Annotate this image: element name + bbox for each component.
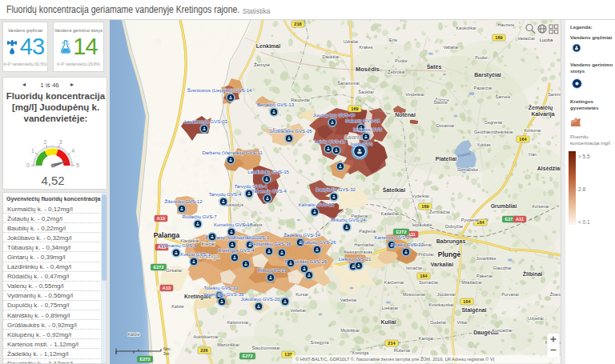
svg-text:Kalsininnai: Kalsininnai	[227, 320, 249, 325]
svg-text:164: 164	[519, 137, 527, 142]
svg-text:Luoba: Luoba	[540, 38, 553, 42]
svg-text:164: 164	[420, 274, 428, 278]
svg-text:Lenkimai: Lenkimai	[256, 43, 280, 49]
svg-text:Vilšai: Vilšai	[456, 320, 467, 325]
svg-text:Paparčiai: Paparčiai	[474, 86, 492, 90]
svg-text:Šatės: Šatės	[427, 63, 442, 70]
svg-text:Aukštkiemiai: Aukštkiemiai	[194, 334, 219, 339]
svg-text:Geidžiai: Geidžiai	[474, 130, 490, 134]
svg-text:164: 164	[463, 299, 471, 304]
svg-text:Laukžemės GVS-03: Laukžemės GVS-03	[184, 119, 227, 124]
svg-text:Toleikių GVS-31: Toleikių GVS-31	[203, 286, 239, 290]
svg-text:Mosėdis: Mosėdis	[356, 66, 380, 73]
svg-text:Stalgėnai: Stalgėnai	[461, 307, 486, 314]
svg-text:Kadaičiai: Kadaičiai	[381, 211, 399, 216]
svg-text:Kursai: Kursai	[295, 292, 308, 297]
svg-text:Šventosios (Liepgirių) GVS-14: Šventosios (Liepgirių) GVS-14	[187, 88, 252, 93]
svg-text:Žvirblaičiai: Žvirblaičiai	[429, 209, 450, 214]
svg-text:169: 169	[421, 204, 428, 209]
svg-text:Žemaičių: Žemaičių	[529, 104, 553, 111]
svg-text:Kalotė: Kalotė	[171, 304, 184, 309]
svg-text:Kolsonai: Kolsonai	[524, 128, 541, 133]
svg-text:Šlaučiūnniskai: Šlaučiūnniskai	[251, 346, 279, 350]
svg-text:3: 3	[59, 139, 62, 145]
svg-text:Darbėnų (Vaineikių) GVS-11: Darbėnų (Vaineikių) GVS-11	[202, 150, 263, 155]
svg-text:Yları: Yları	[528, 152, 537, 157]
svg-text:Alsėdžiai: Alsėdžiai	[537, 166, 561, 171]
svg-text:Kuliai: Kuliai	[380, 319, 396, 325]
svg-text:Vaitaičiai: Vaitaičiai	[517, 36, 535, 41]
svg-text:218: 218	[294, 22, 301, 26]
svg-text:Purvariai: Purvariai	[501, 292, 519, 297]
svg-text:Grumbliai: Grumbliai	[491, 203, 517, 209]
svg-text:© HNIT-BALTIC, GDR10LT ©, Naci: © HNIT-BALTIC, GDR10LT ©, Nacionalinė že…	[295, 356, 495, 362]
svg-text:Šateikiai: Šateikiai	[383, 186, 405, 193]
svg-text:Pričiulai: Pričiulai	[418, 252, 433, 257]
svg-text:Glaudžiai: Glaudžiai	[493, 266, 512, 270]
svg-text:2.8: 2.8	[578, 186, 585, 192]
svg-text:Pečiuliškių GVS-36: Pečiuliškių GVS-36	[250, 242, 291, 246]
svg-text:169: 169	[351, 106, 358, 111]
svg-text:Pyvdėnai: Pyvdėnai	[461, 218, 480, 222]
svg-text:Mickiškiai: Mickiškiai	[340, 328, 360, 333]
svg-text:Varkaliai: Varkaliai	[431, 262, 453, 267]
svg-text:Pakeriai: Pakeriai	[476, 274, 492, 278]
svg-text:Gegrėnai: Gegrėnai	[484, 120, 503, 125]
svg-text:Vėbeliai: Vėbeliai	[290, 308, 306, 313]
svg-text:Šaukliai: Šaukliai	[358, 90, 373, 94]
svg-text:Kalolė: Kalolė	[127, 332, 139, 337]
svg-text:Rubulių GVS-26: Rubulių GVS-26	[301, 240, 336, 245]
svg-text:Kvietkauskai: Kvietkauskai	[429, 302, 454, 307]
svg-text:226: 226	[200, 348, 207, 353]
svg-text:Juzdžeikiškiai: Juzdžeikiškiai	[486, 130, 513, 134]
svg-text:Daukšiai: Daukšiai	[322, 54, 339, 59]
svg-text:Juodupėnų GVS-40: Juodupėnų GVS-40	[313, 113, 356, 118]
svg-text:Kluonalių GVS-1: Kluonalių GVS-1	[234, 235, 270, 240]
svg-text:Lieknų GVS-21: Lieknų GVS-21	[339, 257, 372, 262]
svg-text:Jokūbavo GVS-20: Jokūbavo GVS-20	[241, 297, 280, 302]
svg-text:Karčiemai: Karčiemai	[384, 280, 404, 285]
svg-text:3mi: 3mi	[163, 352, 169, 356]
svg-text:Žemytė: Žemytė	[254, 62, 271, 67]
svg-text:5: 5	[76, 162, 79, 168]
svg-text:Lazdininkų GVS-15: Lazdininkų GVS-15	[247, 170, 289, 174]
svg-text:Rūdaičių GVS-7: Rūdaičių GVS-7	[182, 214, 217, 219]
svg-text:Žebrokai: Žebrokai	[388, 69, 404, 74]
svg-text:< 0.1: < 0.1	[578, 219, 590, 225]
svg-text:Salantai: Salantai	[344, 134, 364, 140]
svg-text:> 5.5: > 5.5	[578, 154, 590, 159]
svg-text:Kuncaičiai: Kuncaičiai	[492, 328, 512, 333]
svg-text:1: 1	[31, 148, 34, 154]
svg-text:E272: E272	[242, 354, 252, 358]
svg-text:Jovaišiškė: Jovaišiškė	[476, 256, 496, 261]
svg-text:Palanga: Palanga	[154, 231, 180, 239]
svg-text:A11: A11	[516, 217, 524, 222]
svg-text:Mišučių GVS-24: Mišučių GVS-24	[331, 218, 366, 222]
svg-text:Rubenai: Rubenai	[394, 348, 411, 353]
svg-text:Laivių GVS-18: Laivių GVS-18	[315, 139, 346, 144]
svg-text:Plateliai: Plateliai	[436, 156, 457, 162]
svg-text:Kaukolikai: Kaukolikai	[456, 26, 476, 30]
svg-text:Barstyčiai: Barstyčiai	[474, 72, 501, 78]
svg-text:A13: A13	[157, 216, 165, 221]
svg-text:Vindeikiai: Vindeikiai	[405, 92, 424, 97]
svg-text:Šliktinė: Šliktinė	[433, 100, 448, 105]
svg-text:Notėnai: Notėnai	[395, 112, 416, 118]
svg-text:Liekavai: Liekavai	[382, 306, 398, 310]
svg-text:E272: E272	[153, 265, 163, 270]
svg-text:Gudeliai: Gudeliai	[430, 320, 446, 325]
svg-text:4,52: 4,52	[41, 174, 64, 187]
svg-text:Ieplaukalė: Ieplaukalė	[412, 222, 432, 227]
svg-text:6km: 6km	[163, 347, 171, 351]
svg-text:Grūšlaukės GVS-05: Grūšlaukės GVS-05	[269, 129, 312, 134]
svg-text:Krakės: Krakės	[359, 45, 372, 50]
svg-text:Stonaičiai: Stonaičiai	[419, 280, 438, 285]
svg-text:Harmatliai: Harmatliai	[355, 242, 375, 247]
svg-text:Puokė: Puokė	[475, 55, 488, 60]
svg-text:137: 137	[284, 352, 291, 357]
svg-text:Istnačiai: Istnačiai	[406, 266, 422, 270]
svg-text:Aleksandravas: Aleksandravas	[344, 250, 372, 254]
svg-text:Kalvarija: Kalvarija	[531, 111, 554, 118]
svg-text:Klibų GVS-23: Klibų GVS-23	[258, 268, 287, 273]
svg-text:Puokė: Puokė	[395, 58, 408, 63]
